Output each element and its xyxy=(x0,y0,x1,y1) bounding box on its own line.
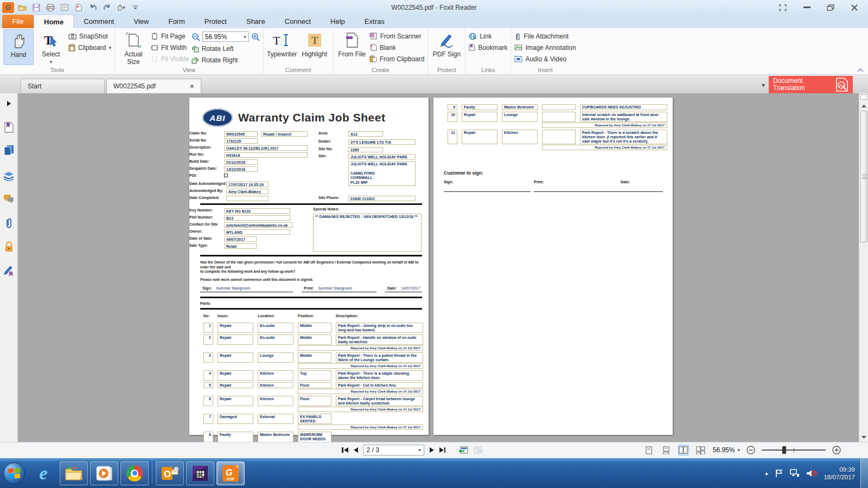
from-file-button[interactable]: From File xyxy=(337,29,367,65)
document-translation-button[interactable]: Document Translation Aa xyxy=(769,76,853,93)
vertical-scrollbar[interactable] xyxy=(859,93,868,442)
doc-tab-close-icon[interactable]: × xyxy=(190,82,194,91)
from-scanner-button[interactable]: From Scanner xyxy=(369,31,425,41)
link-button[interactable]: Link xyxy=(469,31,507,41)
taskbar-foxit-reader[interactable]: GPDF xyxy=(216,461,245,485)
status-zoom-out-icon[interactable] xyxy=(746,446,755,454)
print-icon[interactable] xyxy=(44,2,56,13)
network-icon[interactable] xyxy=(790,469,800,477)
highlight-button[interactable]: T Highlight xyxy=(299,29,330,65)
signatures-panel-icon[interactable] xyxy=(2,264,16,278)
show-desktop-button[interactable] xyxy=(860,458,868,488)
zoom-out-icon[interactable] xyxy=(192,33,200,41)
zoom-slider-thumb[interactable] xyxy=(782,446,786,454)
zoom-in-icon[interactable] xyxy=(251,33,260,41)
facing-view-icon[interactable] xyxy=(678,445,689,455)
previous-page-button[interactable] xyxy=(354,447,358,453)
tab-protect[interactable]: Protect xyxy=(195,15,237,28)
fullscreen-button[interactable] xyxy=(776,3,790,12)
fit-visible-button[interactable]: Fit Visible xyxy=(151,54,189,63)
hand-tool-dropdown[interactable]: ▾ xyxy=(115,2,127,13)
hand-tool-button[interactable]: Hand xyxy=(3,29,34,65)
close-button[interactable] xyxy=(847,3,861,12)
tab-home[interactable]: Home xyxy=(34,15,74,28)
last-page-button[interactable] xyxy=(439,447,446,453)
zoom-combobox[interactable]: 56.95% ▾ xyxy=(202,31,249,42)
tab-comment[interactable]: Comment xyxy=(74,15,124,28)
rotate-right-button[interactable]: Rotate Right xyxy=(192,55,260,65)
action-center-flag-icon[interactable] xyxy=(775,469,783,478)
tab-help[interactable]: Help xyxy=(321,15,355,28)
tab-connect[interactable]: Connect xyxy=(275,15,321,28)
bookmark-button[interactable]: Bookmark xyxy=(469,43,507,52)
taskbar-outlook[interactable]: O xyxy=(156,461,184,485)
save-icon[interactable] xyxy=(30,2,42,13)
security-panel-icon[interactable] xyxy=(2,240,16,254)
pdf-sign-button[interactable]: PDF Sign xyxy=(431,29,462,65)
doc-tab-active[interactable]: W0022545.pdf × xyxy=(106,79,201,93)
parts-row: 9 Faulty Master Bedroom CUPBOARDS NEED A… xyxy=(448,104,667,110)
taskbar-custom-app[interactable] xyxy=(186,461,214,485)
actual-size-button[interactable]: Actual Size xyxy=(118,29,149,66)
tab-list-caret[interactable]: ▾ xyxy=(762,81,765,89)
next-page-button[interactable] xyxy=(430,447,434,453)
rotate-left-button[interactable]: Rotate Left xyxy=(192,44,260,53)
undo-icon[interactable] xyxy=(87,2,99,13)
first-page-button[interactable] xyxy=(342,447,348,453)
taskbar-media-player[interactable] xyxy=(90,461,118,485)
blank-document-button[interactable]: Blank xyxy=(369,43,425,52)
create-pdf-icon[interactable] xyxy=(73,2,85,13)
previous-view-icon[interactable] xyxy=(458,446,468,454)
volume-muted-icon[interactable] xyxy=(806,469,817,478)
audio-video-button[interactable]: Audio & Video xyxy=(514,54,576,63)
single-page-view-icon[interactable] xyxy=(643,445,654,455)
fit-page-button[interactable]: Fit Page xyxy=(151,31,189,41)
page-number-box[interactable]: 2 / 3 ▾ xyxy=(363,445,424,455)
next-view-icon[interactable] xyxy=(474,446,483,454)
restore-button[interactable] xyxy=(824,3,838,12)
customize-qat-icon[interactable] xyxy=(129,2,141,13)
file-menu-button[interactable]: File xyxy=(2,15,34,28)
file-attachment-button[interactable]: File Attachment xyxy=(514,31,576,41)
bookmarks-panel-icon[interactable] xyxy=(2,120,16,134)
tab-view[interactable]: View xyxy=(124,15,158,28)
scrollbar-split-handle[interactable] xyxy=(860,94,867,100)
status-zoom-value[interactable]: 56.95%▾ xyxy=(713,446,740,454)
comments-panel-icon[interactable] xyxy=(2,192,16,206)
collapse-ribbon-icon[interactable] xyxy=(857,68,864,72)
tab-share[interactable]: Share xyxy=(237,15,275,28)
scroll-down-icon[interactable] xyxy=(860,434,867,441)
minimize-button[interactable] xyxy=(800,3,814,12)
scroll-up-icon[interactable] xyxy=(860,102,867,109)
tab-form[interactable]: Form xyxy=(158,15,194,28)
doc-tab-start[interactable]: Start xyxy=(21,79,105,93)
from-clipboard-button[interactable]: From Clipboard xyxy=(369,54,425,63)
continuous-facing-view-icon[interactable] xyxy=(695,445,706,455)
scrollbar-thumb[interactable] xyxy=(860,111,867,242)
foxit-logo-icon[interactable]: G xyxy=(2,2,14,13)
email-document-icon[interactable] xyxy=(59,2,71,13)
continuous-view-icon[interactable] xyxy=(661,445,672,455)
zoom-slider[interactable] xyxy=(762,450,826,451)
tray-expand-icon[interactable]: ▲ xyxy=(764,471,769,476)
typewriter-button[interactable]: T Typewriter xyxy=(267,29,297,65)
attachments-panel-icon[interactable] xyxy=(2,216,16,230)
fit-width-button[interactable]: Fit Width xyxy=(151,43,189,52)
layers-panel-icon[interactable] xyxy=(2,169,16,183)
snapshot-button[interactable]: SnapShot xyxy=(68,31,111,41)
status-zoom-in-icon[interactable] xyxy=(832,446,841,454)
clipboard-button[interactable]: Clipboard ▾ xyxy=(68,43,111,52)
image-annotation-button[interactable]: Image Annotation xyxy=(514,43,576,52)
expand-panel-icon[interactable] xyxy=(2,97,16,111)
taskbar-chrome[interactable] xyxy=(120,461,149,485)
pages-panel-icon[interactable] xyxy=(2,143,16,157)
start-button[interactable] xyxy=(0,460,28,486)
tray-clock[interactable]: 09:39 18/07/2017 xyxy=(824,466,858,481)
select-tool-button[interactable]: T Select ▾ xyxy=(36,29,66,66)
taskbar-internet-explorer[interactable]: e xyxy=(29,461,58,485)
open-file-icon[interactable] xyxy=(16,2,28,13)
redo-icon[interactable] xyxy=(101,2,113,13)
tab-extras[interactable]: Extras xyxy=(355,15,394,28)
taskbar-windows-explorer[interactable] xyxy=(60,461,88,485)
part-location: En-suite xyxy=(258,323,293,333)
